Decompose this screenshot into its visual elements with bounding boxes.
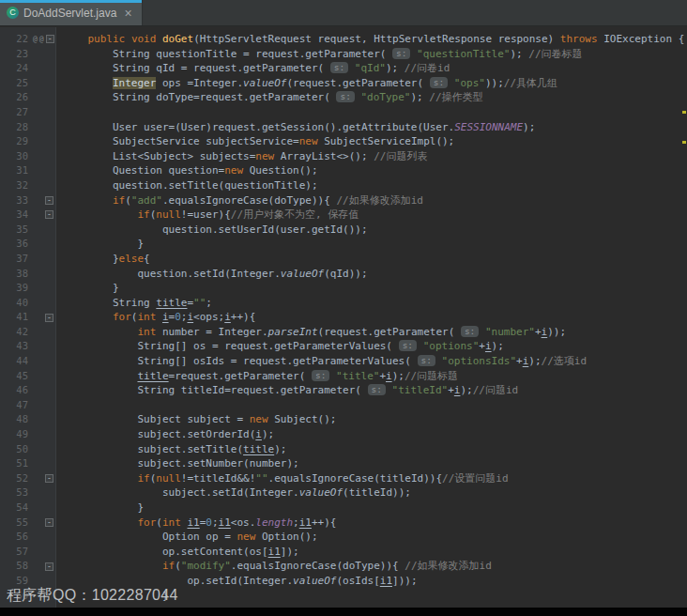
code-token: (	[125, 194, 131, 207]
gutter-icon-area	[28, 530, 56, 545]
code-line[interactable]: 28 User user=(User)request.getSession().…	[0, 120, 687, 135]
gutter-icon-area: -	[28, 516, 56, 531]
code-line[interactable]: 30 List<Subject> subjects=new ArrayList<…	[0, 149, 687, 164]
code-token: new	[250, 413, 268, 425]
code-line[interactable]: 41- for(int i=0;i<ops;i++){	[0, 310, 687, 325]
code-line[interactable]: 34- if(null!=user){//用户对象不为空, 保存值	[0, 208, 687, 223]
error-stripe-scrollbar[interactable]	[680, 54, 687, 608]
code-line[interactable]: 40 String title="";	[0, 296, 687, 311]
gutter-icon-area	[28, 90, 56, 105]
code-line[interactable]: 51 subject.setNumber(number);	[0, 456, 687, 471]
code-token: new	[237, 531, 255, 543]
code-line[interactable]: 32 question.setTitle(questionTitle);	[0, 178, 687, 193]
code-token: );	[274, 443, 286, 455]
code-line[interactable]: 50 subject.setTitle(title);	[0, 442, 687, 457]
code-token: "title"	[336, 370, 379, 382]
code-line[interactable]: 56 Option op = new Option();	[0, 530, 687, 545]
code-text: }	[56, 237, 144, 252]
code-token: new	[224, 164, 243, 177]
code-token: //设置问题id	[442, 472, 509, 485]
code-line[interactable]: 47	[0, 398, 687, 413]
code-token: //问题列表	[374, 150, 427, 162]
line-number: 39	[0, 281, 28, 296]
code-line[interactable]: 43 String[] os = request.getParameterVal…	[0, 339, 687, 354]
fold-icon[interactable]: -	[45, 562, 53, 571]
code-lines-container: 22@@- public void doGet(HttpServletReque…	[0, 32, 687, 603]
code-token: //用户对象不为空, 保存值	[231, 208, 359, 221]
code-token: doGet	[162, 33, 193, 45]
code-line[interactable]: 31 Question question=new Question();	[0, 163, 687, 178]
code-line[interactable]: 55- for(int i1=0;i1<os.length;i1++){	[0, 516, 687, 531]
code-line[interactable]: 46 String titleId=request.getParameter( …	[0, 383, 687, 398]
gutter-icon-area	[28, 178, 56, 193]
code-line[interactable]: 39 }	[0, 281, 687, 296]
gutter-icon-area: -	[28, 208, 56, 223]
code-text: subject.setNumber(number);	[56, 456, 299, 471]
code-line[interactable]: 57 op.setContent(os[i1]);	[0, 545, 687, 560]
line-number: 47	[0, 398, 28, 413]
code-line[interactable]: 27	[0, 105, 687, 120]
line-number: 43	[0, 339, 28, 354]
code-line[interactable]: 25 Integer ops =Integer.valueOf(request.…	[0, 76, 687, 91]
line-number: 28	[0, 120, 28, 135]
code-line[interactable]: 48 Subject subject = new Subject();	[0, 412, 687, 427]
code-line[interactable]: 49 subject.setOrderId(i);	[0, 427, 687, 442]
code-token: }	[63, 501, 144, 514]
code-line[interactable]: 37 }else{	[0, 252, 687, 267]
fold-icon[interactable]: -	[46, 35, 54, 43]
fold-icon[interactable]: -	[45, 518, 53, 527]
code-token	[63, 33, 88, 45]
fold-icon[interactable]: -	[45, 474, 53, 483]
code-token: question.setId(Integer.	[63, 268, 281, 280]
code-line[interactable]: 44 String[] osIds = request.getParameter…	[0, 354, 687, 369]
warning-stripe-mark[interactable]	[682, 111, 686, 114]
line-number: 22	[0, 32, 28, 47]
code-line[interactable]: 23 String questionTitle = request.getPar…	[0, 47, 687, 62]
code-token: question.setTitle(questionTitle);	[63, 179, 318, 192]
code-token: );	[392, 370, 405, 382]
code-line[interactable]: 33- if("add".equalsIgnoreCase(doType)){ …	[0, 193, 687, 208]
code-text: title=request.getParameter( s: "title"+i…	[56, 369, 458, 384]
warning-stripe-mark[interactable]	[682, 141, 686, 144]
code-line[interactable]: 42 int number = Integer.parseInt(request…	[0, 325, 687, 340]
line-number: 24	[0, 61, 28, 76]
code-text	[56, 105, 63, 120]
code-line[interactable]: 22@@- public void doGet(HttpServletReque…	[0, 32, 687, 47]
code-line[interactable]: 29 SubjectService subjectService=new Sub…	[0, 134, 687, 149]
annotation-gutter-icon[interactable]: @	[39, 35, 44, 44]
code-line[interactable]: 26 String doType=request.getParameter( s…	[0, 90, 687, 105]
override-method-icon[interactable]: @	[33, 35, 38, 44]
code-text: public void doGet(HttpServletRequest req…	[56, 32, 684, 47]
gutter-icon-area	[28, 383, 56, 398]
code-token: length	[255, 516, 293, 529]
editor-tab-doaddservlet[interactable]: C DoAddServlet.java ×	[0, 0, 143, 25]
code-line[interactable]: 38 question.setId(Integer.valueOf(qId));	[0, 267, 687, 282]
code-line[interactable]: 54 }	[0, 500, 687, 516]
code-token: //操作类型	[429, 91, 482, 103]
fold-icon[interactable]: -	[45, 210, 53, 219]
code-editor[interactable]: 22@@- public void doGet(HttpServletReque…	[0, 27, 687, 608]
code-token	[63, 77, 113, 89]
code-line[interactable]: 35 question.setUserId(user.getId());	[0, 223, 687, 238]
fold-icon[interactable]: -	[45, 196, 53, 205]
code-line[interactable]: 58- if("modify".equalsIgnoreCase(doType)…	[0, 559, 687, 574]
code-line[interactable]: 36 }	[0, 237, 687, 252]
gutter-icon-area	[28, 296, 56, 311]
code-token: "ops"	[454, 77, 485, 89]
code-line[interactable]: 52- if(null!=titleId&&!"".equalsIgnoreCa…	[0, 471, 687, 486]
code-line[interactable]: 24 String qId = request.getParameter( s:…	[0, 61, 687, 76]
code-token: valueOf	[243, 77, 286, 89]
code-text: String title="";	[56, 296, 212, 311]
line-number: 50	[0, 442, 28, 457]
code-token: );	[523, 121, 535, 133]
code-token: title	[137, 370, 168, 382]
code-line[interactable]: 53 subject.setId(Integer.valueOf(titleId…	[0, 485, 687, 500]
line-number: 41	[0, 310, 28, 325]
code-token: +	[535, 326, 542, 338]
tab-close-icon[interactable]: ×	[124, 8, 131, 19]
code-text: question.setTitle(questionTitle);	[56, 178, 318, 193]
line-number: 35	[0, 223, 28, 238]
code-line[interactable]: 45 title=request.getParameter( s: "title…	[0, 369, 687, 384]
code-token	[63, 560, 162, 572]
fold-icon[interactable]: -	[45, 314, 53, 322]
